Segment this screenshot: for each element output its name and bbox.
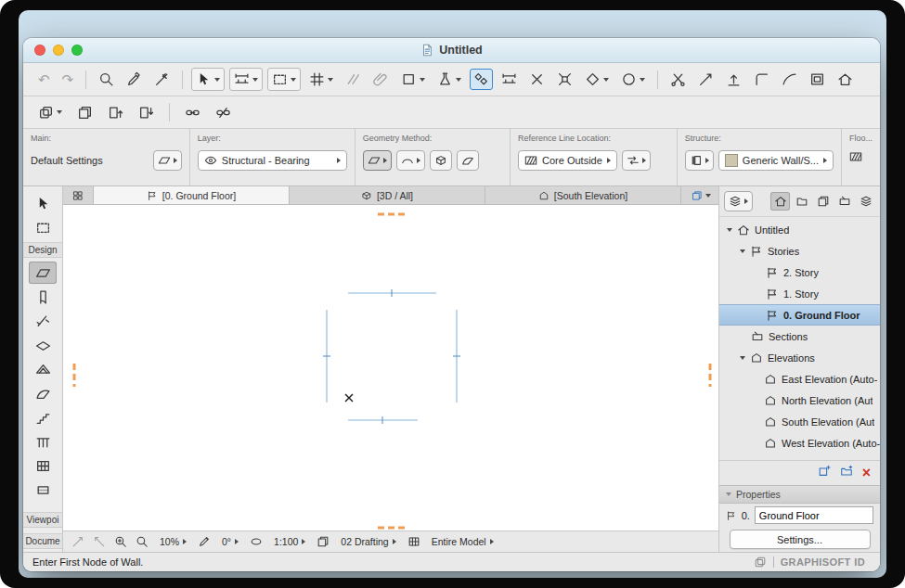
zoom-level-select[interactable]: 10% bbox=[156, 535, 190, 548]
geometry-chained-button[interactable] bbox=[430, 150, 452, 171]
slab-tool[interactable] bbox=[29, 334, 57, 356]
zoom-window-button[interactable] bbox=[71, 45, 83, 56]
guide-lines-button[interactable] bbox=[342, 69, 365, 90]
zone-tool[interactable] bbox=[29, 479, 57, 501]
minimize-window-button[interactable] bbox=[53, 45, 64, 56]
adjust-button[interactable] bbox=[694, 69, 718, 90]
toolbox-viewpoint-header[interactable]: Viewpoi bbox=[23, 512, 62, 528]
tree-item-story-2[interactable]: 2. Story bbox=[719, 262, 880, 283]
railing-tool[interactable] bbox=[29, 430, 57, 453]
project-chooser-button[interactable] bbox=[724, 191, 753, 211]
titlebar[interactable]: Untitled bbox=[23, 38, 880, 63]
go-down-story-button[interactable] bbox=[135, 102, 158, 123]
curtain-wall-tool[interactable] bbox=[29, 454, 57, 477]
marquee-tool[interactable] bbox=[29, 216, 57, 238]
snap-guides-button[interactable] bbox=[369, 69, 393, 90]
arrow-tool[interactable] bbox=[29, 192, 57, 214]
redo-button[interactable]: ↷ bbox=[58, 70, 78, 89]
tab-ground-floor[interactable]: [0. Ground Floor] bbox=[94, 186, 290, 204]
group-button[interactable] bbox=[181, 102, 204, 123]
geometry-straight-button[interactable] bbox=[363, 150, 392, 171]
layout-book-button[interactable] bbox=[813, 192, 833, 211]
next-view-button[interactable] bbox=[92, 534, 107, 549]
tree-item-elevations[interactable]: Elevations bbox=[719, 347, 880, 368]
tree-item-west-elevation[interactable]: West Elevation (Auto- bbox=[719, 432, 880, 454]
tree-item-ground-floor[interactable]: 0. Ground Floor bbox=[719, 304, 880, 326]
new-folder-button[interactable] bbox=[840, 465, 853, 481]
fillet-button[interactable] bbox=[778, 69, 801, 90]
delete-item-button[interactable]: × bbox=[862, 466, 871, 480]
inject-parameters-button[interactable] bbox=[150, 69, 174, 90]
suspend-groups-toggle[interactable] bbox=[470, 69, 493, 90]
find-select-button[interactable] bbox=[95, 69, 118, 90]
project-map-button[interactable] bbox=[770, 192, 790, 211]
virtual-trace-dropdown[interactable] bbox=[34, 102, 66, 123]
explode-button[interactable] bbox=[525, 69, 549, 90]
trim-button[interactable] bbox=[750, 69, 773, 90]
wall-settings-button[interactable] bbox=[153, 150, 182, 171]
elevate-button[interactable] bbox=[722, 69, 745, 90]
settings-button[interactable]: Settings... bbox=[730, 530, 871, 549]
door-tool[interactable] bbox=[29, 286, 57, 308]
chevron-down-icon[interactable] bbox=[740, 356, 745, 360]
pick-up-parameters-button[interactable] bbox=[123, 69, 146, 90]
arrow-mode-dropdown[interactable] bbox=[191, 68, 225, 91]
snap-points-dropdown[interactable] bbox=[433, 69, 465, 90]
view-map-button[interactable] bbox=[792, 192, 811, 211]
shell-tool[interactable] bbox=[29, 382, 57, 404]
rotation-select[interactable]: 0° bbox=[218, 535, 242, 548]
roof-tool[interactable] bbox=[29, 358, 57, 380]
story-name-input[interactable] bbox=[755, 506, 873, 524]
scale-select[interactable]: 1:100 bbox=[270, 535, 309, 548]
tree-item-north-elevation[interactable]: North Elevation (Aut bbox=[719, 390, 880, 411]
toolbox-document-header[interactable]: Docume bbox=[23, 533, 62, 549]
marquee-mode-dropdown[interactable] bbox=[267, 68, 301, 91]
go-up-story-button[interactable] bbox=[104, 102, 127, 123]
chevron-down-icon[interactable] bbox=[740, 249, 745, 253]
close-window-button[interactable] bbox=[34, 45, 45, 56]
new-viewpoint-button[interactable] bbox=[818, 465, 831, 481]
floor-plan-canvas[interactable] bbox=[63, 205, 718, 530]
model-filter-select[interactable]: Entire Model bbox=[428, 535, 498, 548]
structure-type-button[interactable] bbox=[685, 150, 714, 171]
tree-item-stories[interactable]: Stories bbox=[719, 240, 880, 262]
geometry-rectangle-button[interactable] bbox=[457, 150, 479, 171]
chevron-down-icon[interactable] bbox=[727, 228, 732, 232]
window-tool[interactable] bbox=[29, 310, 57, 332]
undo-button[interactable]: ↶ bbox=[34, 70, 54, 89]
geometry-curved-button[interactable] bbox=[396, 150, 425, 171]
tab-south-elevation[interactable]: [South Elevation] bbox=[485, 186, 681, 204]
drag-elements-button[interactable] bbox=[553, 69, 576, 90]
ungroup-button[interactable] bbox=[212, 102, 235, 123]
layer-select[interactable]: Structural - Bearing bbox=[198, 150, 347, 171]
properties-header[interactable]: Properties bbox=[719, 485, 880, 504]
tree-item-story-1[interactable]: 1. Story bbox=[719, 283, 880, 304]
flip-reference-button[interactable] bbox=[622, 150, 651, 171]
graphisoft-id-area[interactable]: GRAPHISOFT ID bbox=[754, 556, 880, 569]
stair-tool[interactable] bbox=[29, 406, 57, 428]
reference-line-select[interactable]: Core Outside bbox=[518, 150, 617, 171]
tab-overview-button[interactable] bbox=[63, 186, 94, 204]
tree-item-untitled[interactable]: Untitled bbox=[719, 219, 880, 240]
measure-mode-dropdown[interactable] bbox=[229, 68, 263, 91]
composite-select[interactable]: Generic Wall/S... bbox=[718, 150, 834, 171]
grid-snap-dropdown[interactable] bbox=[305, 69, 337, 90]
split-button[interactable] bbox=[666, 69, 690, 90]
tab-3d-all[interactable]: [3D / All] bbox=[290, 186, 485, 204]
rotate-dropdown[interactable] bbox=[581, 69, 613, 90]
snap-grid-dropdown[interactable] bbox=[397, 69, 429, 90]
automatic-dimension-button[interactable] bbox=[498, 69, 521, 90]
publisher-button[interactable] bbox=[834, 192, 854, 211]
wall-tool[interactable] bbox=[29, 262, 57, 284]
tree-item-sections[interactable]: Sections bbox=[719, 326, 880, 347]
favorites-button[interactable] bbox=[856, 192, 875, 211]
toolbox-design-header[interactable]: Design bbox=[23, 242, 62, 258]
resize-button[interactable] bbox=[806, 69, 829, 90]
copy-story-button[interactable] bbox=[73, 102, 97, 123]
mirror-dropdown[interactable] bbox=[617, 69, 649, 90]
open-viewpoint-dropdown[interactable] bbox=[684, 186, 718, 204]
home-story-button[interactable] bbox=[834, 69, 857, 90]
tree-item-south-elevation[interactable]: South Elevation (Aut bbox=[719, 411, 880, 432]
tree-item-east-elevation[interactable]: East Elevation (Auto- bbox=[719, 368, 880, 390]
layer-combination-select[interactable]: 02 Drafting bbox=[337, 535, 399, 548]
